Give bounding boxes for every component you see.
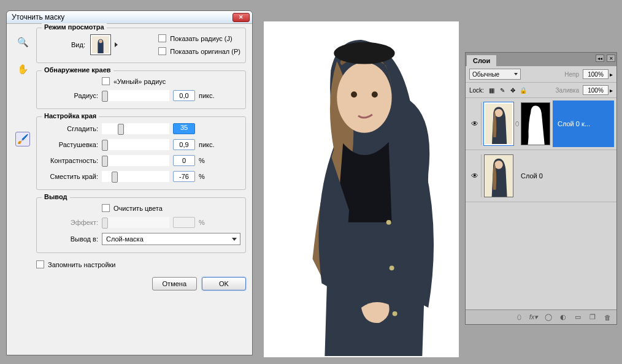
- visibility-toggle-icon[interactable]: 👁: [468, 154, 482, 197]
- layer-mask-thumbnail[interactable]: [521, 102, 550, 145]
- svg-point-10: [494, 109, 502, 117]
- panel-collapse-icon[interactable]: ◂◂: [596, 55, 604, 62]
- amount-input: [173, 217, 195, 228]
- edge-detection-legend: Обнаружение краев: [42, 66, 113, 74]
- radius-input[interactable]: [173, 90, 195, 101]
- lock-position-icon[interactable]: ✥: [509, 86, 517, 94]
- layer-row[interactable]: 👁 Слой 0: [466, 150, 616, 202]
- refine-mask-dialog: Уточнить маску ✕ 🔍 ✋ 🖌️ Режим просмотра …: [6, 10, 253, 355]
- svg-point-2: [337, 63, 391, 133]
- shift-edge-slider[interactable]: [102, 171, 169, 182]
- layer-thumbnail[interactable]: [484, 102, 513, 145]
- layers-panel-footer: ⬯ fx▾ ◯ ◐ ▭ ❐ 🗑: [466, 309, 616, 324]
- ok-button[interactable]: OK: [202, 277, 246, 290]
- output-legend: Вывод: [42, 193, 70, 200]
- tab-layers[interactable]: Слои: [467, 55, 496, 66]
- svg-point-4: [351, 91, 357, 97]
- feather-input[interactable]: [173, 139, 195, 150]
- link-mask-icon[interactable]: ⬯: [515, 120, 519, 127]
- layer-fx-icon[interactable]: fx▾: [528, 313, 539, 322]
- image-canvas[interactable]: [264, 21, 459, 357]
- link-layers-icon[interactable]: ⬯: [513, 313, 524, 322]
- lock-label: Lock:: [469, 87, 484, 94]
- shift-edge-input[interactable]: [173, 171, 195, 182]
- canvas-image: [270, 28, 453, 356]
- svg-point-13: [494, 161, 503, 169]
- group-icon[interactable]: ▭: [572, 313, 583, 322]
- svg-point-8: [393, 311, 397, 316]
- hand-tool-icon[interactable]: ✋: [15, 62, 30, 77]
- svg-point-6: [386, 220, 391, 225]
- decontaminate-checkbox[interactable]: Очистить цвета: [42, 204, 240, 212]
- opacity-label: Непр: [564, 71, 579, 78]
- fill-input[interactable]: [583, 85, 609, 95]
- svg-point-7: [390, 265, 394, 270]
- layer-name[interactable]: Слой 0: [516, 153, 614, 199]
- refine-brush-tool-icon[interactable]: 🖌️: [15, 132, 30, 146]
- shift-edge-label: Сместить край:: [42, 173, 98, 180]
- svg-point-3: [334, 42, 394, 64]
- view-mode-group: Режим просмотра Вид: Показать радиус (J): [36, 28, 246, 63]
- new-layer-icon[interactable]: ❐: [587, 313, 598, 322]
- opacity-arrow-icon[interactable]: ▸: [610, 71, 613, 78]
- radius-slider[interactable]: [102, 90, 169, 101]
- smooth-input[interactable]: 35: [173, 123, 195, 134]
- adjust-edge-legend: Настройка края: [42, 112, 99, 119]
- edge-detection-group: Обнаружение краев «Умный» радиус Радиус:…: [36, 70, 246, 109]
- cancel-button[interactable]: Отмена: [152, 277, 197, 290]
- output-to-dropdown[interactable]: Слой-маска: [102, 233, 240, 245]
- output-group: Вывод Очистить цвета Эффект: % Вывод в: …: [36, 197, 246, 253]
- feather-slider[interactable]: [102, 139, 169, 150]
- svg-point-5: [372, 91, 378, 97]
- delete-layer-icon[interactable]: 🗑: [602, 313, 613, 322]
- panel-close-icon[interactable]: ✕: [607, 55, 615, 62]
- show-original-checkbox[interactable]: Показать оригинал (P): [158, 47, 240, 55]
- lock-all-icon[interactable]: 🔒: [519, 86, 528, 94]
- opacity-input[interactable]: [583, 69, 609, 79]
- contrast-slider[interactable]: [102, 155, 169, 166]
- layer-row[interactable]: 👁 ⬯ Слой 0 к...: [466, 98, 616, 150]
- close-icon[interactable]: ✕: [232, 13, 250, 22]
- lock-transparent-icon[interactable]: ▦: [488, 86, 496, 94]
- panel-tab-bar: Слои ◂◂ ✕: [466, 53, 616, 66]
- feather-label: Растушевка:: [42, 141, 98, 148]
- view-mode-dropdown[interactable]: [90, 34, 111, 55]
- layer-name[interactable]: Слой 0 к...: [553, 100, 614, 147]
- layers-list: 👁 ⬯ Слой 0 к... 👁 Слой 0: [466, 98, 616, 294]
- smart-radius-checkbox[interactable]: «Умный» радиус: [42, 77, 240, 85]
- lock-pixels-icon[interactable]: ✎: [498, 86, 507, 94]
- remember-settings-checkbox[interactable]: Запомнить настройки: [36, 260, 246, 268]
- fill-label: Заливка: [556, 87, 580, 94]
- fill-arrow-icon[interactable]: ▸: [610, 87, 613, 94]
- dialog-title: Уточнить маску: [12, 13, 64, 21]
- view-label: Вид:: [71, 41, 85, 48]
- adjust-edge-group: Настройка края Сгладить: 35 Растушевка: …: [36, 116, 246, 190]
- dialog-titlebar[interactable]: Уточнить маску ✕: [7, 11, 252, 24]
- adjustment-layer-icon[interactable]: ◐: [558, 313, 569, 322]
- radius-label: Радиус:: [42, 92, 98, 99]
- contrast-label: Контрастность:: [42, 157, 98, 164]
- amount-label: Эффект:: [42, 219, 98, 226]
- layers-panel: Слои ◂◂ ✕ Обычные Непр ▸ Lock: ▦ ✎ ✥ 🔒 З…: [465, 52, 617, 325]
- visibility-toggle-icon[interactable]: 👁: [468, 102, 482, 145]
- blend-mode-dropdown[interactable]: Обычные: [469, 69, 521, 80]
- zoom-tool-icon[interactable]: 🔍: [15, 35, 30, 50]
- layer-thumbnail[interactable]: [484, 154, 513, 197]
- show-radius-checkbox[interactable]: Показать радиус (J): [158, 34, 240, 42]
- amount-slider: [102, 217, 169, 228]
- add-mask-icon[interactable]: ◯: [543, 313, 554, 322]
- view-mode-legend: Режим просмотра: [42, 23, 107, 31]
- contrast-input[interactable]: [173, 155, 195, 166]
- smooth-label: Сгладить:: [42, 125, 98, 132]
- svg-point-1: [99, 40, 102, 44]
- smooth-slider[interactable]: [102, 123, 169, 134]
- output-to-label: Вывод в:: [42, 235, 98, 243]
